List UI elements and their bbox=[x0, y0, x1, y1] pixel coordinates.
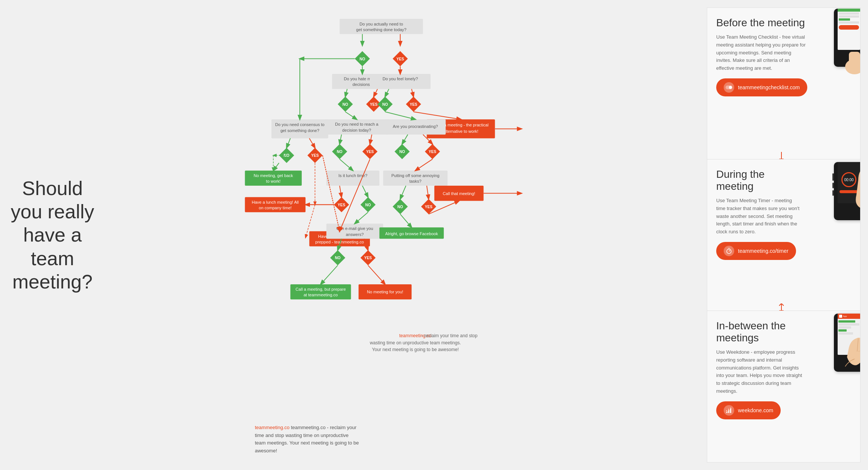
svg-text:YES: YES bbox=[370, 102, 377, 107]
svg-line-77 bbox=[340, 159, 370, 231]
hand-during bbox=[851, 165, 861, 212]
svg-text:Have a lunch meeting! All: Have a lunch meeting! All bbox=[252, 200, 299, 204]
chart-icon bbox=[724, 405, 734, 416]
svg-text:to work!: to work! bbox=[266, 179, 281, 183]
svg-rect-32 bbox=[325, 119, 389, 134]
svg-text:Can e-mail give you: Can e-mail give you bbox=[336, 226, 373, 231]
panel-during: During the meeting Use Team Meeting Time… bbox=[707, 159, 861, 311]
panel-during-desc: Use Team Meeting Timer - meeting time tr… bbox=[716, 197, 802, 236]
svg-rect-53 bbox=[245, 171, 302, 186]
svg-line-87 bbox=[321, 265, 338, 284]
svg-line-31 bbox=[413, 112, 461, 119]
svg-line-18 bbox=[374, 89, 377, 96]
svg-text:YES: YES bbox=[410, 102, 417, 107]
inbetween-link-button[interactable]: weekdone.com bbox=[716, 401, 781, 419]
phone-before bbox=[815, 8, 861, 67]
flowchart-section: .gray-box { fill: #e0e0e0; } .orange-box… bbox=[105, 0, 703, 470]
svg-line-134 bbox=[729, 250, 730, 251]
svg-text:YES: YES bbox=[397, 57, 404, 61]
svg-text:Call a meeting, but prepare: Call a meeting, but prepare bbox=[296, 287, 346, 291]
svg-rect-0 bbox=[340, 19, 423, 34]
svg-line-116 bbox=[323, 155, 340, 231]
svg-rect-100 bbox=[383, 171, 447, 186]
svg-line-56 bbox=[273, 163, 279, 170]
svg-text:alternative to work!: alternative to work! bbox=[443, 129, 478, 134]
svg-point-128 bbox=[729, 86, 732, 89]
hand-inbetween bbox=[841, 333, 861, 372]
svg-text:Putting off some annoying: Putting off some annoying bbox=[391, 173, 439, 178]
svg-text:get something done?: get something done? bbox=[280, 128, 319, 133]
hand-before bbox=[843, 44, 861, 74]
svg-line-62 bbox=[340, 159, 353, 170]
svg-rect-84 bbox=[290, 284, 351, 299]
svg-line-27 bbox=[412, 89, 413, 96]
svg-text:YES: YES bbox=[366, 150, 374, 154]
timer-icon bbox=[724, 246, 734, 256]
panel-inbetween: In-between the meetings Use Weekdone - e… bbox=[707, 311, 861, 462]
svg-text:YES: YES bbox=[364, 256, 372, 260]
flowchart-wrapper: .gray-box { fill: #e0e0e0; } .orange-box… bbox=[109, 8, 699, 462]
svg-text:Call that meeting!: Call that meeting! bbox=[443, 191, 475, 196]
svg-rect-60 bbox=[326, 171, 380, 186]
panel-before-desc: Use Team Meeting Checklist - free virtua… bbox=[716, 33, 807, 72]
svg-text:decision today?: decision today? bbox=[342, 128, 371, 132]
svg-line-98 bbox=[402, 135, 408, 144]
panel-inbetween-desc: Use Weekdone - employee progress reporti… bbox=[716, 348, 802, 395]
svg-line-103 bbox=[415, 159, 432, 170]
svg-line-108 bbox=[400, 186, 406, 199]
svg-line-68 bbox=[362, 186, 368, 197]
svg-rect-19 bbox=[370, 74, 431, 89]
svg-text:NO: NO bbox=[359, 57, 365, 61]
svg-line-51 bbox=[287, 138, 290, 148]
panel-before-title: Before the meeting bbox=[716, 17, 807, 29]
svg-line-76 bbox=[355, 212, 368, 224]
svg-text:Do you need consensus to: Do you need consensus to bbox=[275, 122, 325, 127]
right-panels: Before the meeting Use Team Meeting Chec… bbox=[703, 0, 868, 470]
svg-line-90 bbox=[368, 265, 385, 284]
during-link-button[interactable]: teammeeting.co/timer bbox=[716, 242, 796, 260]
svg-line-93 bbox=[385, 112, 415, 119]
svg-text:NO: NO bbox=[284, 153, 289, 158]
svg-text:YES: YES bbox=[338, 203, 345, 207]
svg-text:YES: YES bbox=[311, 153, 319, 158]
svg-text:wasting time on unproductive t: wasting time on unproductive team meetin… bbox=[370, 340, 461, 345]
svg-line-26 bbox=[385, 89, 389, 96]
svg-line-17 bbox=[345, 89, 347, 96]
svg-line-67 bbox=[340, 186, 341, 197]
toggle-icon bbox=[724, 82, 734, 93]
svg-line-35 bbox=[345, 112, 356, 119]
svg-text:on company time!: on company time! bbox=[259, 206, 292, 210]
flowchart-svg: .gray-box { fill: #e0e0e0; } .orange-box… bbox=[109, 8, 699, 462]
page-title: Should you really have a team meeting? bbox=[7, 177, 97, 294]
svg-line-109 bbox=[427, 186, 429, 199]
svg-text:get something done today?: get something done today? bbox=[356, 27, 406, 32]
svg-line-40 bbox=[340, 135, 341, 144]
svg-text:Alright, go browse Facebook: Alright, go browse Facebook bbox=[385, 231, 438, 236]
main-container: Should you really have a team meeting? .… bbox=[0, 0, 868, 470]
panel-before: Before the meeting Use Team Meeting Chec… bbox=[707, 8, 861, 159]
promo-link[interactable]: teammeeting.co bbox=[255, 425, 290, 430]
svg-rect-130 bbox=[849, 52, 860, 71]
svg-text:YES: YES bbox=[425, 205, 433, 209]
svg-text:NO: NO bbox=[335, 256, 341, 260]
phone-during: 00:00 bbox=[815, 159, 861, 220]
down-arrow-1 bbox=[778, 152, 785, 159]
svg-text:YES: YES bbox=[429, 150, 436, 154]
svg-text:- reclaim your time and stop: - reclaim your time and stop bbox=[421, 333, 477, 338]
svg-text:Your next meeting is going to : Your next meeting is going to be awesome… bbox=[372, 347, 459, 352]
panel-during-title: During the meeting bbox=[716, 168, 802, 192]
svg-rect-73 bbox=[326, 224, 383, 239]
svg-text:answers?: answers? bbox=[346, 232, 364, 237]
svg-text:decisions?: decisions? bbox=[353, 82, 373, 87]
svg-text:NO: NO bbox=[365, 203, 371, 207]
panel-inbetween-title: In-between the meetings bbox=[716, 320, 802, 344]
before-link-text: teammeetingchecklist.com bbox=[738, 84, 800, 90]
before-link-button[interactable]: teammeetingchecklist.com bbox=[716, 78, 807, 96]
svg-text:at teammeeting.co: at teammeeting.co bbox=[304, 293, 338, 297]
svg-text:No meeting for you!: No meeting for you! bbox=[367, 290, 403, 294]
svg-rect-57 bbox=[245, 197, 305, 212]
svg-text:Do you need to reach a: Do you need to reach a bbox=[335, 122, 379, 126]
svg-text:NO: NO bbox=[399, 150, 405, 154]
svg-text:Do you actually need to: Do you actually need to bbox=[359, 22, 403, 26]
svg-text:NO: NO bbox=[343, 102, 348, 107]
